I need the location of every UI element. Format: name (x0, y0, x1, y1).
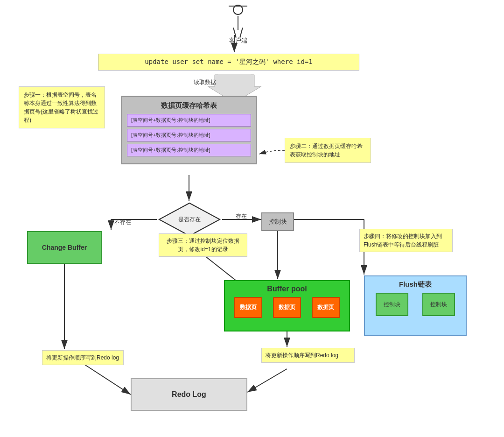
flush-control-1: 控制块 (376, 293, 408, 316)
hash-row-3: [表空间号+数据页号:控制块的地址] (127, 144, 251, 156)
diamond-yes-label: 存在 (236, 212, 247, 220)
svg-rect-4 (218, 74, 251, 88)
step1-note: 步骤一：根据表空间号，表名称本身通过一致性算法得到数据页号(这里省略了树状查找过… (19, 86, 105, 128)
svg-line-15 (247, 369, 287, 392)
change-buffer-label: Change Buffer (42, 244, 87, 251)
buffer-pool-pages: 数据页 数据页 数据页 (229, 297, 345, 318)
step4-note-text: 步骤四：将修改的控制块加入到Flush链表中等待后台线程刷脏 (364, 233, 442, 248)
diagram-container: 客户端 update user set name = '星河之码' where … (0, 0, 504, 437)
diamond-no-label: 不存在 (114, 218, 131, 226)
diamond-svg (157, 201, 222, 238)
data-page-3: 数据页 (312, 297, 340, 318)
step1-note-text: 步骤一：根据表空间号，表名称本身通过一致性算法得到数据页号(这里省略了树状查找过… (24, 92, 98, 123)
step3-note-text: 步骤三：通过控制块定位数据页，修改id=1的记录 (167, 238, 239, 253)
step2-note: 步骤二：通过数据页缓存哈希表获取控制块的地址 (285, 138, 371, 163)
redo-note-left-text: 将更新操作顺序写到Redo log (46, 354, 119, 361)
hash-table-title: 数据页缓存哈希表 (127, 101, 251, 110)
flush-control-2: 控制块 (422, 293, 455, 316)
flush-box: Flush链表 控制块 控制块 (364, 275, 467, 336)
step2-note-text: 步骤二：通过数据页缓存哈希表获取控制块的地址 (290, 143, 363, 158)
actor-label: 客户端 (229, 36, 247, 45)
step3-note: 步骤三：通过控制块定位数据页，修改id=1的记录 (159, 233, 247, 257)
diamond-wrapper: 是否存在 (157, 201, 222, 238)
svg-line-13 (84, 364, 131, 395)
redo-log-box: Redo Log (131, 378, 247, 411)
data-page-1: 数据页 (234, 297, 262, 318)
hash-table-box: 数据页缓存哈希表 [表空间号+数据页号:控制块的地址] [表空间号+数据页号:控… (121, 96, 257, 164)
sql-box: update user set name = '星河之码' where id=1 (98, 54, 359, 70)
hash-row-2: [表空间号+数据页号:控制块的地址] (127, 129, 251, 141)
step4-note: 步骤四：将修改的控制块加入到Flush链表中等待后台线程刷脏 (359, 229, 453, 252)
flush-controls: 控制块 控制块 (369, 293, 462, 316)
svg-marker-17 (159, 203, 220, 236)
buffer-pool-title: Buffer pool (229, 285, 345, 293)
sql-text: update user set name = '星河之码' where id=1 (145, 58, 312, 65)
actor-arms (229, 6, 247, 7)
redo-note-right: 将更新操作顺序写到Redo log (261, 348, 355, 363)
redo-log-label: Redo Log (172, 390, 206, 399)
control-block-label: 控制块 (269, 218, 287, 226)
change-buffer-box: Change Buffer (27, 231, 102, 264)
hash-row-1: [表空间号+数据页号:控制块的地址] (127, 114, 251, 127)
redo-note-left: 将更新操作顺序写到Redo log (42, 350, 124, 365)
actor: 客户端 (229, 5, 247, 40)
read-data-label: 读取数据 (194, 78, 216, 86)
flush-title: Flush链表 (369, 280, 462, 289)
isolated-control-block: 控制块 (261, 212, 294, 231)
data-page-2: 数据页 (273, 297, 301, 318)
redo-note-right-text: 将更新操作顺序写到Redo log (266, 352, 338, 359)
buffer-pool-box: Buffer pool 数据页 数据页 数据页 (224, 280, 350, 331)
